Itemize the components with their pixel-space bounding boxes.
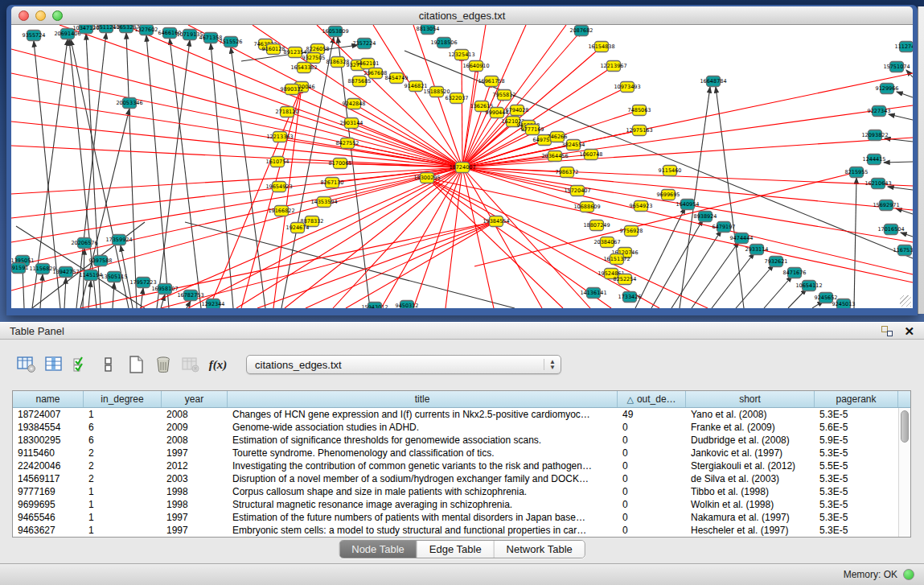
graph-node-9355724[interactable]: 9355724 — [23, 31, 46, 41]
graph-node-6479197[interactable]: 6479197 — [713, 222, 736, 233]
toggle-rows-icon[interactable] — [97, 353, 121, 376]
graph-node-9699695[interactable]: 9699695 — [657, 190, 680, 200]
graph-node-746266[interactable]: 746266 — [548, 132, 568, 142]
zoom-window-button[interactable] — [52, 10, 63, 21]
graph-node-8215955[interactable]: 8215955 — [845, 167, 869, 178]
graph-node-20364456[interactable]: 20364456 — [541, 151, 568, 162]
show-columns-icon[interactable] — [42, 353, 66, 376]
column-header-in_degree[interactable]: in_degree — [84, 391, 162, 407]
graph-node-20053346[interactable]: 20053346 — [116, 98, 142, 109]
table-row[interactable]: 1456911722003Disruption of a novel membe… — [13, 472, 898, 485]
graph-node-1924674[interactable]: 1924674 — [286, 223, 310, 233]
table-mode-icon[interactable] — [14, 353, 39, 376]
graph-node-13505115[interactable]: 13505115 — [101, 272, 127, 282]
column-header-short[interactable]: short — [686, 391, 815, 407]
network-graph[interactable]: 1872400718300295193845547463822916012889… — [11, 25, 913, 308]
graph-node-1327602[interactable]: 1327602 — [135, 25, 158, 35]
resize-grip-icon[interactable] — [900, 295, 911, 307]
graph-node-16151372[interactable]: 16151372 — [603, 254, 630, 265]
network-canvas[interactable]: 1872400718300295193845547463822916012889… — [11, 25, 913, 308]
graph-node-2933114[interactable]: 2933114 — [745, 245, 769, 255]
tab-node-table[interactable]: Node Table — [339, 541, 417, 558]
graph-node-8267130[interactable]: 8267130 — [321, 178, 344, 188]
graph-node-2967608[interactable]: 2967608 — [364, 68, 388, 79]
graph-node-9115460[interactable]: 9115460 — [659, 166, 682, 176]
table-row[interactable]: 1872400712008Changes of HCN gene express… — [13, 408, 898, 421]
minimize-window-button[interactable] — [35, 10, 46, 21]
vertical-scrollbar[interactable] — [898, 408, 910, 537]
graph-node-8813054[interactable]: 8813054 — [417, 25, 440, 35]
scrollbar-thumb[interactable] — [901, 410, 909, 443]
graph-node-3824554[interactable]: 3824554 — [562, 140, 585, 150]
graph-node-17016504[interactable]: 17016504 — [877, 225, 904, 235]
graph-node-8170065[interactable]: 8170065 — [329, 159, 352, 169]
graph-node-9756928[interactable]: 9756928 — [620, 226, 643, 237]
graph-node-18807249[interactable]: 18807249 — [583, 220, 610, 231]
select-all-icon[interactable] — [69, 353, 93, 376]
graph-node-6322037[interactable]: 6322037 — [446, 93, 469, 104]
column-header-year[interactable]: year — [162, 391, 228, 407]
graph-node-12093822[interactable]: 12093822 — [861, 130, 888, 141]
table-row[interactable]: 1938455462009Genome-wide association stu… — [13, 421, 898, 434]
table-row[interactable]: 977716911998Corpus callosum shape and si… — [13, 485, 898, 498]
graph-node-9227343[interactable]: 9227343 — [868, 106, 891, 117]
graph-node-1112745[interactable]: 1112745 — [895, 42, 913, 52]
float-panel-icon[interactable] — [881, 326, 893, 336]
column-header-title[interactable]: title — [228, 391, 618, 407]
graph-node-7485063[interactable]: 7485063 — [628, 105, 651, 116]
graph-node-1292344[interactable]: 1292344 — [202, 299, 225, 309]
table-row[interactable]: 969969511998Structural magnetic resonanc… — [13, 498, 898, 511]
close-window-button[interactable] — [18, 10, 29, 21]
table-row[interactable]: 946554611997Estimation of the future num… — [13, 511, 898, 524]
graph-node-15692971[interactable]: 15692971 — [873, 200, 899, 211]
graph-node-16543382[interactable]: 16543382 — [290, 63, 317, 73]
table-row[interactable]: 2242004622012Investigating the contribut… — [13, 459, 898, 472]
graph-node-7357224[interactable]: 7357224 — [353, 39, 376, 49]
graph-node-16210643[interactable]: 16210643 — [864, 179, 891, 189]
column-header-name[interactable]: name — [13, 391, 84, 407]
graph-node-16640910[interactable]: 16640910 — [462, 61, 489, 72]
graph-node-8471676[interactable]: 8471676 — [783, 268, 807, 278]
graph-node-17359924[interactable]: 17359924 — [105, 235, 132, 245]
graph-node-18300295[interactable]: 18300295 — [413, 173, 440, 183]
graph-node-16961758[interactable]: 16961758 — [478, 76, 504, 87]
graph-node-8252254[interactable]: 8252254 — [614, 274, 637, 285]
graph-node-391591[interactable]: 391591 — [11, 263, 28, 274]
close-panel-icon[interactable]: ✕ — [904, 325, 914, 337]
graph-node-16648784[interactable]: 16648784 — [700, 76, 726, 87]
graph-node-1640954[interactable]: 1640954 — [676, 200, 700, 210]
graph-node-2087682[interactable]: 2087682 — [570, 26, 593, 36]
graph-node-9450312[interactable]: 9450312 — [396, 301, 419, 309]
network-window-titlebar[interactable]: citations_edges.txt — [11, 6, 913, 25]
tab-network-table[interactable]: Network Table — [495, 541, 585, 558]
delete-icon[interactable] — [151, 353, 175, 376]
graph-node-20206576[interactable]: 20206576 — [71, 238, 97, 249]
column-header-out_de[interactable]: △out_de… — [618, 391, 686, 407]
graph-node-20384067[interactable]: 20384067 — [593, 237, 620, 248]
function-builder-icon[interactable]: f(x) — [206, 353, 230, 376]
graph-node-12325413[interactable]: 12325413 — [448, 50, 474, 60]
table-row[interactable]: 911546021997Tourette syndrome. Phenomeno… — [13, 447, 898, 459]
graph-node-8875685[interactable]: 8875685 — [348, 76, 372, 87]
graph-node-15720407[interactable]: 15720407 — [564, 186, 590, 196]
graph-node-9160128[interactable]: 9160128 — [262, 44, 285, 55]
graph-node-8454749[interactable]: 8454749 — [385, 73, 409, 84]
import-table-icon[interactable] — [179, 353, 203, 376]
graph-node-9777169[interactable]: 9777169 — [521, 125, 544, 135]
new-table-icon[interactable] — [124, 353, 148, 376]
graph-node-7932621[interactable]: 7932621 — [765, 257, 788, 267]
graph-node-7986372[interactable]: 7986372 — [556, 167, 579, 178]
graph-node-9129966[interactable]: 9129966 — [876, 84, 899, 94]
graph-node-19218506[interactable]: 19218506 — [430, 38, 457, 48]
graph-node-12213967[interactable]: 12213967 — [600, 61, 626, 72]
graph-node-1167530[interactable]: 1167530 — [893, 245, 913, 256]
tab-edge-table[interactable]: Edge Table — [417, 541, 495, 558]
graph-node-2718120[interactable]: 2718120 — [276, 107, 299, 117]
graph-node-1610754[interactable]: 1610754 — [266, 157, 290, 167]
graph-node-16053809[interactable]: 16053809 — [322, 27, 348, 37]
column-header-pagerank[interactable]: pagerank — [815, 391, 898, 407]
graph-node-10973493[interactable]: 10973493 — [614, 82, 640, 93]
graph-node-15751074[interactable]: 15751074 — [883, 62, 910, 72]
graph-node-10654112[interactable]: 10654112 — [795, 281, 822, 291]
graph-node-9245013[interactable]: 9245013 — [832, 299, 856, 309]
